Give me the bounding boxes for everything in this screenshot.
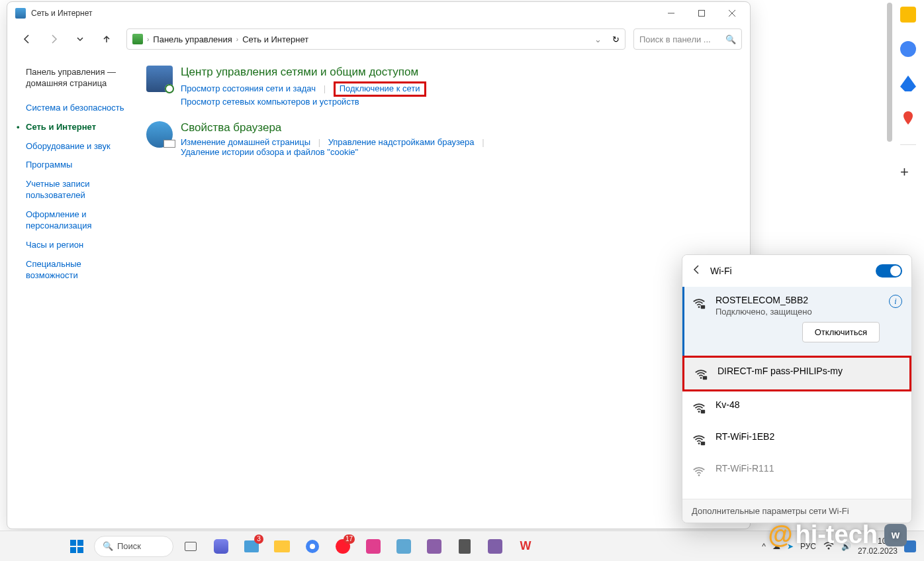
- svg-point-4: [698, 306, 700, 308]
- watermark-at: @: [768, 521, 792, 549]
- wifi-toggle[interactable]: [876, 264, 902, 278]
- wifi-network-item[interactable]: DIRECT-mF pass-PHILIPs-my: [682, 356, 911, 391]
- nav-forward-button[interactable]: [42, 27, 66, 51]
- app-icon-2[interactable]: [421, 533, 447, 560]
- sidebar-item-appearance[interactable]: Оформление и персонализация: [26, 209, 132, 232]
- paint-icon[interactable]: [391, 533, 417, 560]
- sidebar-item-programs[interactable]: Программы: [26, 160, 132, 171]
- app-icon-3[interactable]: [482, 533, 508, 560]
- addr-dropdown-icon[interactable]: ⌄: [594, 34, 602, 44]
- wifi-title: Wi-Fi: [710, 266, 876, 276]
- disconnect-button[interactable]: Отключиться: [802, 322, 880, 342]
- svg-rect-7: [703, 376, 707, 380]
- close-button[interactable]: [717, 3, 747, 24]
- maps-icon[interactable]: [900, 110, 916, 126]
- wifi-list: ROSTELECOM_5BB2 Подключено, защищено Отк…: [682, 287, 911, 499]
- chat-icon[interactable]: [208, 533, 234, 560]
- section-network-sharing: Центр управления сетями и общим доступом…: [146, 66, 743, 107]
- navbar: › Панель управления › Сеть и Интернет ⌄ …: [7, 25, 750, 54]
- link-view-status[interactable]: Просмотр состояния сети и задач: [181, 83, 316, 93]
- link-addons[interactable]: Управление надстройками браузера: [328, 137, 475, 147]
- wifi-ssid: RT-WiFi-1EB2: [716, 431, 902, 442]
- nav-back-button[interactable]: [15, 27, 39, 51]
- wifi-lock-icon: [694, 367, 708, 382]
- opera-icon[interactable]: 17: [330, 533, 356, 560]
- search-box[interactable]: Поиск в панели ... 🔍: [633, 28, 742, 50]
- sidebar-item-clock[interactable]: Часы и регион: [26, 240, 132, 251]
- wifi-network-connected[interactable]: ROSTELECOM_5BB2 Подключено, защищено Отк…: [682, 287, 911, 356]
- page-scrollbar[interactable]: [887, 3, 892, 142]
- svg-rect-13: [70, 540, 76, 546]
- explorer-icon[interactable]: [269, 533, 295, 560]
- main-content: Центр управления сетями и общим доступом…: [140, 54, 750, 529]
- add-icon[interactable]: +: [900, 164, 916, 179]
- start-button[interactable]: [64, 533, 90, 560]
- monitor-icon[interactable]: 3: [238, 533, 265, 560]
- search-icon: 🔍: [103, 541, 113, 551]
- section-title[interactable]: Свойства браузера: [181, 121, 490, 134]
- titlebar: Сеть и Интернет: [7, 2, 750, 25]
- chrome-icon[interactable]: [299, 533, 326, 560]
- info-icon[interactable]: i: [889, 295, 902, 308]
- breadcrumb-root[interactable]: Панель управления: [153, 34, 232, 44]
- sidebar-item-hardware[interactable]: Оборудование и звук: [26, 141, 132, 152]
- svg-rect-1: [699, 11, 705, 17]
- link-history[interactable]: Удаление истории обзора и файлов "cookie…: [181, 147, 358, 157]
- browser-icon: [146, 121, 173, 148]
- tasks-icon[interactable]: [900, 41, 916, 57]
- sidebar-item-accounts[interactable]: Учетные записи пользователей: [26, 179, 132, 201]
- window-icon: [15, 8, 26, 19]
- wifi-status: Подключено, защищено: [716, 307, 880, 317]
- task-view-button[interactable]: [177, 533, 204, 560]
- wifi-network-item[interactable]: Kv-48: [682, 391, 911, 423]
- maximize-button[interactable]: [686, 3, 717, 24]
- link-homepage[interactable]: Изменение домашней страницы: [181, 137, 310, 147]
- chevron-right-icon: ›: [236, 36, 238, 43]
- nav-up-button[interactable]: [95, 27, 118, 51]
- wifi-lock-icon: [692, 296, 706, 311]
- watermark: @ hi-tech w: [768, 521, 907, 549]
- wifi-ssid: ROSTELECOM_5BB2: [716, 295, 880, 305]
- section-links: Изменение домашней страницы | Управление…: [181, 137, 490, 157]
- highlight-box: Подключение к сети: [334, 81, 426, 97]
- nav-recent-button[interactable]: [68, 27, 92, 51]
- svg-point-12: [698, 474, 700, 476]
- vk-icon: w: [884, 524, 907, 546]
- wifi-network-item[interactable]: RT-WiFi-R111: [682, 455, 911, 487]
- section-browser: Свойства браузера Изменение домашней стр…: [146, 121, 743, 157]
- sidebar-item-access[interactable]: Специальные возможности: [26, 259, 132, 281]
- taskbar-search[interactable]: 🔍Поиск: [94, 536, 173, 557]
- breadcrumb-current[interactable]: Сеть и Интернет: [242, 34, 308, 44]
- wifi-ssid: Kv-48: [716, 399, 902, 410]
- tray-chevron-icon[interactable]: ^: [762, 542, 766, 551]
- section-links: Просмотр состояния сети и задач | Подклю…: [181, 81, 426, 107]
- refresh-icon[interactable]: ↻: [612, 34, 620, 44]
- control-panel-window: Сеть и Интернет › Панель управления › Се…: [7, 1, 751, 529]
- wifi-footer-link[interactable]: Дополнительные параметры сети Wi-Fi: [682, 499, 911, 523]
- sidebar-home-link[interactable]: Панель управления — домашняя страница: [26, 67, 132, 89]
- sidebar-item-network[interactable]: Сеть и Интернет: [26, 122, 132, 133]
- svg-rect-5: [701, 305, 705, 309]
- wifi-ssid: RT-WiFi-R111: [716, 463, 902, 474]
- wps-icon[interactable]: W: [512, 533, 539, 560]
- address-bar[interactable]: › Панель управления › Сеть и Интернет ⌄ …: [126, 28, 625, 50]
- minimize-button[interactable]: [656, 3, 686, 24]
- keep-icon[interactable]: [900, 7, 916, 23]
- network-sharing-icon: [146, 66, 173, 92]
- wifi-lock-icon: [692, 433, 706, 447]
- wifi-back-button[interactable]: [692, 264, 710, 278]
- svg-rect-9: [701, 410, 705, 414]
- search-icon: 🔍: [725, 34, 736, 44]
- section-title[interactable]: Центр управления сетями и общим доступом: [181, 66, 426, 79]
- wifi-network-item[interactable]: RT-WiFi-1EB2: [682, 423, 911, 455]
- control-panel-icon: [132, 34, 143, 44]
- link-connect-network[interactable]: Подключение к сети: [340, 83, 420, 93]
- app-icon-1[interactable]: [360, 533, 387, 560]
- contacts-icon[interactable]: [900, 76, 916, 91]
- window-title: Сеть и Интернет: [31, 9, 656, 18]
- calc-icon[interactable]: [451, 533, 478, 560]
- svg-point-8: [698, 411, 700, 413]
- chevron-right-icon: ›: [147, 36, 149, 43]
- link-view-devices[interactable]: Просмотр сетевых компьютеров и устройств: [181, 97, 359, 107]
- sidebar-item-system[interactable]: Система и безопасность: [26, 103, 132, 114]
